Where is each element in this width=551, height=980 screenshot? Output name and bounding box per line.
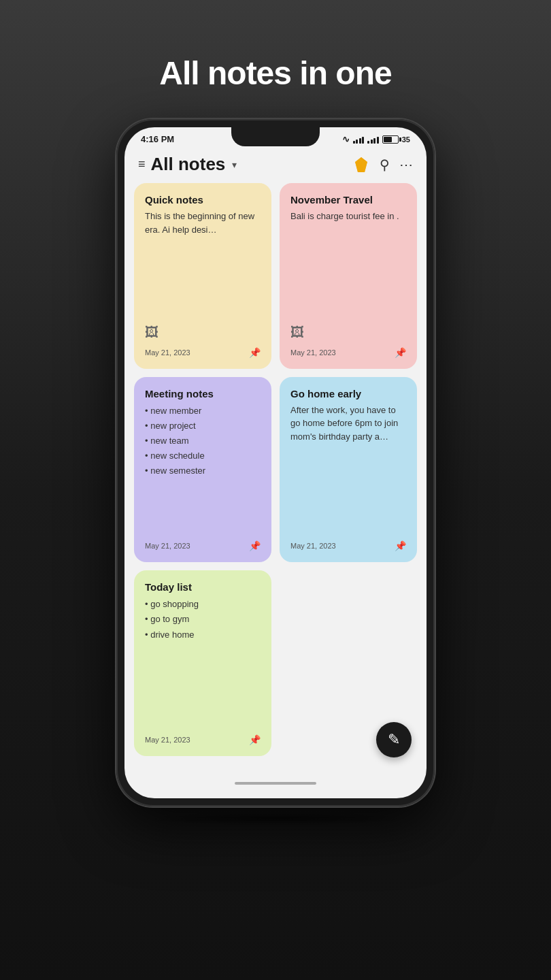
more-options-icon[interactable]: ⋯	[399, 157, 413, 173]
note-footer: May 21, 2023 📌	[145, 347, 261, 358]
chevron-down-icon[interactable]: ▾	[232, 159, 237, 170]
pin-icon: 📌	[395, 540, 406, 551]
signal-bars-icon	[353, 135, 365, 144]
wifi-icon: ∿	[342, 134, 350, 144]
note-card-meeting-notes[interactable]: Meeting notes new member new project new…	[134, 377, 271, 563]
note-card-go-home-early[interactable]: Go home early After the work, you have t…	[280, 377, 417, 563]
note-title: Meeting notes	[145, 388, 261, 399]
note-date: May 21, 2023	[290, 348, 336, 357]
battery-level: 35	[402, 135, 410, 144]
new-note-button[interactable]: ✎	[376, 722, 412, 757]
image-icon: 🖼	[290, 325, 406, 340]
note-title: November Travel	[290, 194, 406, 206]
note-card-today-list[interactable]: Today list go shopping go to gym drive h…	[134, 570, 271, 756]
notes-grid: Quick notes This is the beginning of new…	[124, 183, 427, 766]
menu-icon[interactable]: ≡	[138, 157, 146, 172]
app-header: ≡ All notes ▾ ⚲ ⋯	[124, 148, 427, 183]
note-title: Go home early	[290, 388, 406, 399]
list-item: drive home	[145, 627, 261, 642]
status-time: 4:16 PM	[141, 134, 174, 144]
note-title: Today list	[145, 581, 261, 593]
list-item: new schedule	[145, 448, 261, 463]
battery-icon	[382, 135, 399, 144]
note-body: After the work, you have to go home befo…	[290, 404, 406, 444]
edit-icon: ✎	[388, 731, 400, 749]
list-item: go to gym	[145, 612, 261, 627]
status-icons: ∿ 35	[342, 134, 410, 144]
header-right: ⚲ ⋯	[352, 156, 413, 174]
list-item: new team	[145, 434, 261, 448]
note-footer: May 21, 2023 📌	[145, 540, 261, 551]
phone-screen: 4:16 PM ∿	[124, 127, 427, 798]
pin-icon: 📌	[395, 347, 406, 358]
note-title: Quick notes	[145, 194, 261, 206]
home-bar	[235, 782, 316, 785]
note-card-november-travel[interactable]: November Travel Bali is charge tourist f…	[280, 183, 417, 369]
list-item: new semester	[145, 463, 261, 478]
note-date: May 21, 2023	[145, 736, 190, 744]
search-icon[interactable]: ⚲	[380, 157, 390, 173]
note-card-quick-notes[interactable]: Quick notes This is the beginning of new…	[134, 183, 271, 369]
note-footer: May 21, 2023 📌	[145, 734, 261, 745]
image-icon: 🖼	[145, 325, 261, 340]
gem-icon[interactable]	[352, 156, 370, 174]
list-item: new member	[145, 404, 261, 419]
note-date: May 21, 2023	[290, 542, 336, 550]
note-body: Bali is charge tourist fee in .	[290, 210, 406, 223]
phone-shadow	[146, 812, 405, 826]
pin-icon: 📌	[249, 540, 261, 551]
header-title: All notes	[151, 154, 226, 175]
phone-notch	[231, 127, 320, 146]
note-list: new member new project new team new sche…	[145, 404, 261, 478]
pin-icon: 📌	[249, 347, 261, 358]
phone-frame: 4:16 PM ∿	[116, 119, 435, 806]
header-left: ≡ All notes ▾	[138, 154, 237, 175]
note-date: May 21, 2023	[145, 542, 190, 550]
note-footer: May 21, 2023 📌	[290, 347, 406, 358]
list-item: go shopping	[145, 597, 261, 612]
note-body: This is the beginning of new era. Ai hel…	[145, 210, 261, 236]
note-list: go shopping go to gym drive home	[145, 597, 261, 642]
pin-icon: 📌	[249, 734, 261, 745]
signal-bars-2-icon	[367, 135, 379, 144]
note-footer: May 21, 2023 📌	[290, 540, 406, 551]
note-date: May 21, 2023	[145, 348, 190, 357]
page-title: All notes in one	[159, 54, 391, 92]
list-item: new project	[145, 419, 261, 434]
battery-fill	[384, 137, 392, 142]
